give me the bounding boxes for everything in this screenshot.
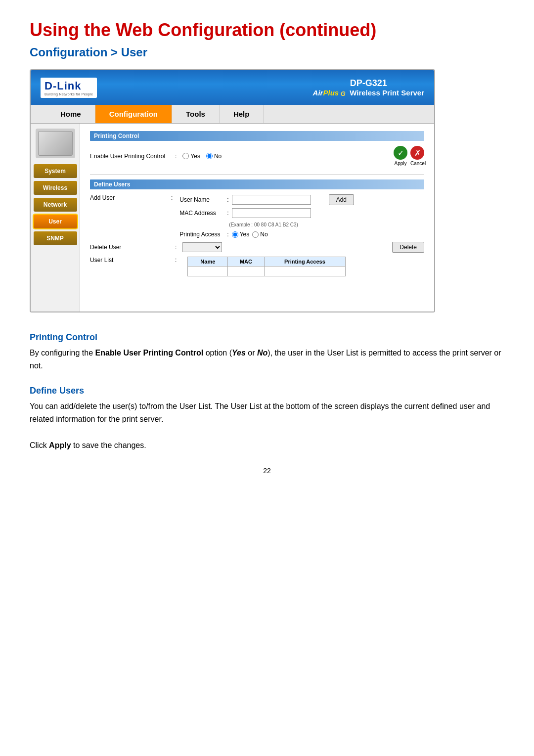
cancel-icon[interactable]: ✗ xyxy=(410,146,424,160)
desc-or: or xyxy=(246,349,257,357)
section-heading: Configuration > User xyxy=(30,45,504,59)
nav-configuration[interactable]: Configuration xyxy=(95,105,172,123)
mac-label: MAC Address xyxy=(179,210,224,217)
radio-no-input[interactable] xyxy=(206,153,213,159)
access-yes-radio[interactable] xyxy=(232,231,238,238)
radio-no-text: No xyxy=(214,153,222,160)
colon-add: : xyxy=(171,194,173,201)
username-label: User Name xyxy=(179,196,224,203)
dlink-header: D-Link Building Networks for People DP-G… xyxy=(31,70,434,105)
access-no-label[interactable]: No xyxy=(252,231,267,238)
add-user-row: Add User : User Name : Add MAC Address : xyxy=(90,194,424,238)
username-input[interactable] xyxy=(232,195,311,205)
dlink-product-name: AirPlus G Wireless Print Server xyxy=(313,89,424,97)
desc-yes-italic: Yes xyxy=(232,349,246,357)
printing-access-label: Printing Access xyxy=(179,231,224,238)
colon-mac: : xyxy=(227,210,228,217)
access-no-text: No xyxy=(260,231,267,238)
radio-yes-input[interactable] xyxy=(182,153,189,159)
airplus-g-text: AirPlus G xyxy=(313,89,346,97)
apply-icon[interactable]: ✓ xyxy=(394,146,407,160)
printing-control-text: By configuring the Enable User Printing … xyxy=(30,347,504,372)
colon-username: : xyxy=(227,196,228,203)
wireless-print-server-text: Wireless Print Server xyxy=(348,89,424,97)
click-apply-post: to save the changes. xyxy=(71,441,146,449)
delete-user-label: Delete User xyxy=(90,244,169,251)
add-button[interactable]: Add xyxy=(329,194,354,205)
dlink-model: DP-G321 xyxy=(313,78,424,89)
device-image-inner xyxy=(38,131,73,156)
table-header-name: Name xyxy=(188,257,228,267)
dlink-tagline: Building Networks for People xyxy=(44,92,93,96)
colon-delete: : xyxy=(175,244,177,251)
define-users-section-title: Define Users xyxy=(90,179,424,189)
click-apply-pre: Click xyxy=(30,441,49,449)
define-users-desc: Define Users You can add/delete the user… xyxy=(30,386,504,425)
sidebar-btn-wireless[interactable]: Wireless xyxy=(34,181,77,195)
table-header-access: Printing Access xyxy=(264,257,346,267)
colon-access: : xyxy=(227,231,228,238)
sidebar-btn-user[interactable]: User xyxy=(34,215,77,228)
define-users-heading: Define Users xyxy=(30,386,504,396)
divider1 xyxy=(90,174,424,175)
main-content: System Wireless Network User SNMP Printi… xyxy=(31,124,434,311)
cancel-label: Cancel xyxy=(410,161,424,166)
dlink-product-area: DP-G321 AirPlus G Wireless Print Server xyxy=(313,78,424,97)
enable-printing-radio-group: Yes No xyxy=(182,153,222,160)
user-list-table: Name MAC Printing Access xyxy=(187,257,346,276)
desc-bold: Enable User Printing Control xyxy=(95,349,204,357)
user-list-label: User List xyxy=(90,257,169,264)
desc-pre: By configuring the xyxy=(30,349,95,357)
printing-control-heading: Printing Control xyxy=(30,332,504,343)
define-users-text: You can add/delete the user(s) to/from t… xyxy=(30,400,504,425)
apply-label: Apply xyxy=(394,161,407,166)
colon1: : xyxy=(175,153,177,160)
dlink-logo-text: D-Link xyxy=(44,80,81,92)
apply-cancel-labels: Apply Cancel xyxy=(394,161,424,166)
radio-yes-label[interactable]: Yes xyxy=(182,153,200,160)
click-apply-desc: Click Apply to save the changes. xyxy=(30,439,504,452)
radio-no-label[interactable]: No xyxy=(206,153,222,160)
table-row-empty xyxy=(188,267,346,276)
delete-user-row: Delete User : Delete xyxy=(90,242,424,253)
delete-button[interactable]: Delete xyxy=(392,242,424,253)
dlink-logo-area: D-Link Building Networks for People xyxy=(41,78,97,98)
apply-cancel-icons: ✓ ✗ xyxy=(394,146,424,160)
radio-yes-text: Yes xyxy=(190,153,200,160)
browser-frame: D-Link Building Networks for People DP-G… xyxy=(30,69,435,312)
printing-control-desc: Printing Control By configuring the Enab… xyxy=(30,332,504,372)
sidebar-btn-snmp[interactable]: SNMP xyxy=(34,231,77,245)
table-header-mac: MAC xyxy=(228,257,264,267)
access-yes-label[interactable]: Yes xyxy=(232,231,250,238)
mac-input[interactable] xyxy=(232,208,311,218)
device-image xyxy=(36,129,75,158)
desc-no-italic: No xyxy=(257,349,267,357)
click-apply-text: Click Apply to save the changes. xyxy=(30,439,504,452)
nav-tools[interactable]: Tools xyxy=(172,105,220,123)
user-list-row: User List : Name MAC Printing Access xyxy=(90,257,424,276)
printing-control-section-title: Printing Control xyxy=(90,131,424,141)
desc-mid: option ( xyxy=(203,349,232,357)
apply-cancel-area: ✓ ✗ Apply Cancel xyxy=(394,146,424,166)
colon-userlist: : xyxy=(175,257,177,264)
delete-user-select[interactable] xyxy=(182,242,222,252)
nav-bar: Home Configuration Tools Help xyxy=(31,105,434,124)
enable-printing-control-row: Enable User Printing Control : Yes No ✓ xyxy=(90,146,424,166)
nav-home[interactable]: Home xyxy=(31,105,95,123)
page-number: 22 xyxy=(30,467,504,475)
click-apply-bold: Apply xyxy=(49,441,71,449)
sidebar-btn-network[interactable]: Network xyxy=(34,198,77,212)
right-panel: Printing Control Enable User Printing Co… xyxy=(80,124,434,311)
access-no-radio[interactable] xyxy=(252,231,259,238)
page-title: Using the Web Configuration (continued) xyxy=(30,20,504,41)
sidebar-btn-system[interactable]: System xyxy=(34,164,77,178)
mac-example-text: (Example : 00 80 C8 A1 B2 C3) xyxy=(229,222,298,227)
sidebar: System Wireless Network User SNMP xyxy=(31,124,80,311)
nav-help[interactable]: Help xyxy=(220,105,264,123)
enable-printing-label: Enable User Printing Control xyxy=(90,153,169,160)
dlink-logo-box: D-Link Building Networks for People xyxy=(41,78,97,98)
access-yes-text: Yes xyxy=(240,231,250,238)
add-user-label: Add User xyxy=(90,194,169,201)
